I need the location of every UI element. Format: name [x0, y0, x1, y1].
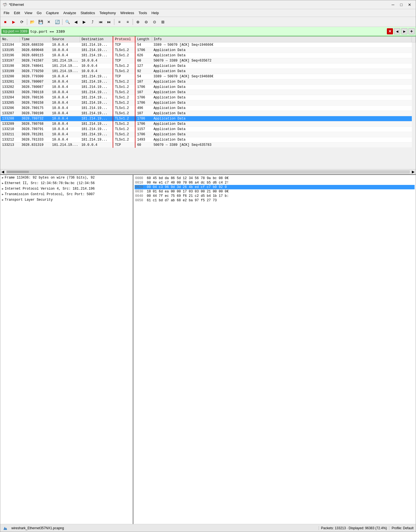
- col-header-no[interactable]: No.: [1, 37, 20, 42]
- toolbar-close-btn[interactable]: ✕: [45, 18, 53, 26]
- table-row[interactable]: 133213 3028.831319 181.214.19... 10.0.0.…: [1, 142, 416, 148]
- cell-proto: TCP: [113, 142, 135, 148]
- table-row[interactable]: 133198 3028.748041 181.214.19... 10.0.0.…: [1, 63, 416, 69]
- menu-help[interactable]: Help: [149, 10, 161, 16]
- toolbar-autoscroll-btn[interactable]: ≡: [124, 18, 132, 26]
- close-button[interactable]: ✕: [406, 2, 414, 8]
- menu-view[interactable]: View: [22, 10, 34, 16]
- hex-row[interactable]: 0010 00 4e e1 c7 40 00 70 06 a4 dc b5 d6…: [135, 180, 415, 185]
- cell-proto: TLSv1.2: [113, 127, 135, 132]
- cell-time: 3028.741587: [20, 58, 51, 63]
- toolbar-stop-btn[interactable]: ■: [1, 18, 9, 26]
- cell-len: 127: [135, 63, 152, 69]
- toolbar-fwd-btn[interactable]: ▶: [80, 18, 88, 26]
- toolbar-back-btn[interactable]: ◀: [72, 18, 80, 26]
- detail-item-tcp[interactable]: ▶ Transmission Control Protocol, Src Por…: [0, 192, 133, 197]
- table-row[interactable]: 133197 3028.741587 181.214.19... 10.0.0.…: [1, 58, 416, 63]
- table-row[interactable]: 133199 3028.779250 181.214.19... 10.0.0.…: [1, 69, 416, 74]
- col-header-time[interactable]: Time: [20, 37, 51, 42]
- cell-dst: 181.214.19...: [80, 111, 113, 116]
- cell-time: 3028.780136: [20, 95, 51, 100]
- toolbar-zoom-out-btn[interactable]: ⊖: [142, 18, 150, 26]
- detail-item-ip[interactable]: ▶ Internet Protocol Version 4, Src: 181.…: [0, 186, 133, 192]
- table-row[interactable]: 133195 3028.689048 10.0.0.4 181.214.19..…: [1, 48, 416, 53]
- toolbar-open-btn[interactable]: 📂: [28, 18, 36, 26]
- menu-file[interactable]: File: [1, 10, 12, 16]
- menu-telephony[interactable]: Telephony: [97, 10, 118, 16]
- toolbar-zoom-normal-btn[interactable]: ⊙: [151, 18, 158, 26]
- toolbar-color-btn[interactable]: ≡: [115, 18, 123, 26]
- table-row[interactable]: 133207 3028.780198 10.0.0.4 181.214.19..…: [1, 111, 416, 116]
- minimize-button[interactable]: ─: [389, 2, 397, 8]
- table-row[interactable]: 133194 3028.688330 10.0.0.4 181.214.19..…: [1, 42, 416, 48]
- filter-prev-button[interactable]: ◀: [394, 28, 400, 34]
- toolbar-zoom-in-btn[interactable]: ⊕: [134, 18, 142, 26]
- toolbar-last-btn[interactable]: ⏭: [105, 18, 113, 26]
- table-row[interactable]: 133204 3028.780136 10.0.0.4 181.214.19..…: [1, 95, 416, 100]
- table-row[interactable]: 133210 3028.780791 10.0.0.4 181.214.19..…: [1, 127, 416, 132]
- hex-offset: 0010: [135, 181, 145, 185]
- menu-go[interactable]: Go: [34, 10, 44, 16]
- maximize-button[interactable]: □: [397, 2, 405, 8]
- cell-proto: TLSv1.2: [113, 53, 135, 58]
- table-row[interactable]: 133201 3028.780007 10.0.0.4 181.214.19..…: [1, 79, 416, 85]
- cell-len: 107: [135, 79, 152, 85]
- cell-no: 133213: [1, 142, 20, 148]
- cell-info: Application Data: [152, 53, 412, 58]
- menu-statistics[interactable]: Statistics: [78, 10, 97, 16]
- hex-row[interactable]: 0040 00 44 7f ec 75 69 f6 21 c2 d5 b4 1b…: [135, 194, 415, 198]
- cell-time: 3028.780768: [20, 121, 51, 127]
- table-row[interactable]: 133211 3028.781281 10.0.0.4 181.214.19..…: [1, 132, 416, 137]
- table-row[interactable]: 133202 3028.780087 10.0.0.4 181.214.19..…: [1, 85, 416, 90]
- h-scrollbar[interactable]: [6, 170, 410, 173]
- toolbar-first-btn[interactable]: ⏮: [97, 18, 105, 26]
- detail-arrow-tcp: ▶: [2, 193, 4, 196]
- cell-time: 3028.780732: [20, 116, 51, 121]
- toolbar-goto-btn[interactable]: ⤴: [89, 18, 96, 26]
- menu-wireless[interactable]: Wireless: [118, 10, 136, 16]
- col-header-destination[interactable]: Destination: [80, 37, 113, 42]
- table-row[interactable]: 133206 3028.780175 10.0.0.4 181.214.19..…: [1, 106, 416, 111]
- table-row[interactable]: 133200 3028.779300 10.0.0.4 181.214.19..…: [1, 74, 416, 79]
- col-header-info[interactable]: Info: [152, 37, 412, 42]
- toolbar-start-btn[interactable]: ▶: [10, 18, 17, 26]
- packet-list-scroll[interactable]: No. Time Source Destination Protocol Len…: [0, 36, 416, 169]
- filter-input[interactable]: [30, 28, 386, 35]
- detail-item-tls[interactable]: ▶ Transport Layer Security: [0, 197, 133, 203]
- scroll-right-btn[interactable]: ▶: [411, 170, 416, 174]
- hex-dump[interactable]: 0000 60 45 bd da 86 5d 12 34 56 78 9a bc…: [133, 175, 416, 524]
- filter-next-button[interactable]: ▶: [401, 28, 407, 34]
- table-row[interactable]: 133208 3028.780732 10.0.0.4 181.214.19..…: [1, 116, 416, 121]
- menu-capture[interactable]: Capture: [44, 10, 61, 16]
- table-row[interactable]: 133209 3028.780768 10.0.0.4 181.214.19..…: [1, 121, 416, 127]
- table-row[interactable]: 133212 3028.781333 10.0.0.4 181.214.19..…: [1, 137, 416, 142]
- cell-time: 3028.781281: [20, 132, 51, 137]
- hex-row[interactable]: 0020 00 04 c3 96 0d 3d 26 4b ed cf c7 b0…: [135, 185, 415, 189]
- detail-item-ethernet[interactable]: ▶ Ethernet II, Src: 12:34:56:78:9a:bc (1…: [0, 180, 133, 186]
- col-header-protocol[interactable]: Protocol: [113, 37, 135, 42]
- menu-analyze[interactable]: Analyze: [61, 10, 78, 16]
- toolbar-save-btn[interactable]: 💾: [37, 18, 44, 26]
- table-row[interactable]: 133203 3028.780118 10.0.0.4 181.214.19..…: [1, 90, 416, 95]
- hex-row[interactable]: 0050 61 c1 bd d7 ab 68 e2 ba 97 f5 27 73: [135, 198, 415, 203]
- hex-row[interactable]: 0000 60 45 bd da 86 5d 12 34 56 78 9a bc…: [135, 176, 415, 180]
- filter-clear-button[interactable]: ✕: [387, 28, 393, 34]
- table-row[interactable]: 133196 3028.689115 10.0.0.4 181.214.19..…: [1, 53, 416, 58]
- toolbar-refresh-btn[interactable]: 🔄: [53, 18, 61, 26]
- menu-tools[interactable]: Tools: [136, 10, 149, 16]
- menu-edit[interactable]: Edit: [12, 10, 22, 16]
- table-row[interactable]: 133205 3028.780158 10.0.0.4 181.214.19..…: [1, 100, 416, 106]
- detail-item-frame[interactable]: ▶ Frame 113436: 92 bytes on wire (736 bi…: [0, 175, 133, 180]
- filter-add-button[interactable]: +: [409, 28, 415, 34]
- status-packets: Packets: 133213 · Displayed: 96383 (72.4…: [319, 526, 387, 530]
- cell-len: 54: [135, 42, 152, 48]
- col-header-length[interactable]: Length: [135, 37, 152, 42]
- scroll-left-btn[interactable]: ◀: [0, 170, 5, 174]
- hex-offset: 0030: [135, 190, 145, 194]
- col-header-source[interactable]: Source: [51, 37, 80, 42]
- toolbar-resize-btn[interactable]: ⊞: [159, 18, 167, 26]
- toolbar-find-btn[interactable]: 🔍: [64, 18, 71, 26]
- toolbar-reload-btn[interactable]: ⟳: [18, 18, 26, 26]
- hex-row[interactable]: 0030 18 01 6d ea 00 00 17 03 03 00 21 00…: [135, 189, 415, 194]
- packet-details[interactable]: ▶ Frame 113436: 92 bytes on wire (736 bi…: [0, 175, 133, 524]
